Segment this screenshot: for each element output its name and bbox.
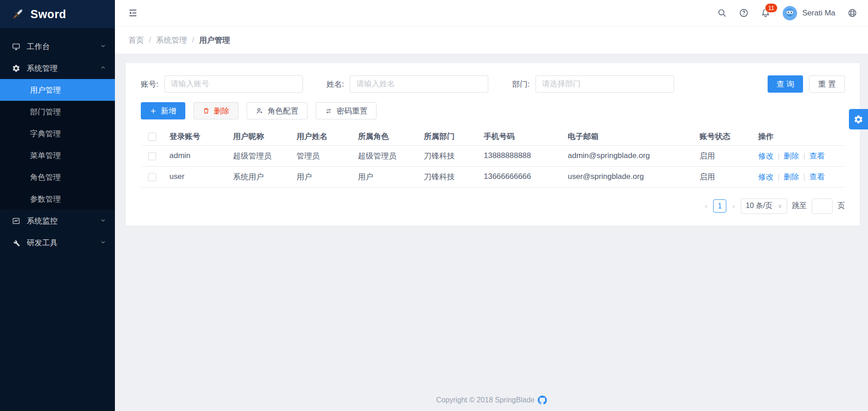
chevron-down-icon: ∨ <box>778 203 782 209</box>
header-actions: 11 Serati Ma <box>717 6 857 20</box>
row-actions: 修改|删除|查看 <box>752 166 845 187</box>
reset-button[interactable]: 重 置 <box>809 75 845 93</box>
sidebar-item-dev-tools[interactable]: 研发工具 <box>0 232 115 253</box>
name-input[interactable] <box>350 75 488 93</box>
app-title: Sword <box>30 8 66 21</box>
menu-fold-icon[interactable] <box>128 8 138 18</box>
sidebar-item-system-monitor[interactable]: 系统监控 <box>0 210 115 232</box>
sidebar-item-user-management[interactable]: 用户管理 <box>0 79 115 101</box>
sidebar-item-role-management[interactable]: 角色管理 <box>0 166 115 188</box>
gear-icon <box>853 114 863 124</box>
submenu-label: 角色管理 <box>30 172 61 183</box>
sidebar: Sword 工作台 系统管理 <box>0 0 115 411</box>
users-table: 登录账号 用户昵称 用户姓名 所属角色 所属部门 手机号码 电子邮箱 账号状态 … <box>141 128 845 188</box>
dept-label: 部门: <box>512 79 530 89</box>
action-separator: | <box>803 152 805 160</box>
row-action-delete[interactable]: 删除 <box>784 152 799 160</box>
current-page-button[interactable]: 1 <box>713 199 726 213</box>
breadcrumb: 首页 / 系统管理 / 用户管理 <box>115 26 868 54</box>
table-cell: user@springblade.org <box>562 166 694 187</box>
search-button[interactable]: 查 询 <box>768 75 804 93</box>
row-checkbox[interactable] <box>148 173 156 181</box>
sidebar-item-param-management[interactable]: 参数管理 <box>0 188 115 210</box>
col-header-name: 用户姓名 <box>291 128 352 145</box>
row-checkbox[interactable] <box>148 152 156 160</box>
main-area: 11 Serati Ma <box>115 0 868 411</box>
avatar[interactable] <box>783 6 797 20</box>
name-field-group: 姓名: <box>327 75 489 93</box>
chevron-down-icon <box>100 238 106 247</box>
password-reset-button[interactable]: 密码重置 <box>316 102 377 119</box>
row-action-edit[interactable]: 修改 <box>758 173 774 181</box>
user-management-card: 账号: 姓名: 部门: 查 询 重 置 <box>126 63 860 226</box>
search-actions: 查 询 重 置 <box>768 75 845 93</box>
table-cell: 系统用户 <box>227 166 291 187</box>
sidebar-item-menu-management[interactable]: 菜单管理 <box>0 144 115 166</box>
page-size-select[interactable]: 10 条/页 ∨ <box>741 198 787 214</box>
action-separator: | <box>803 173 805 181</box>
action-separator: | <box>778 152 779 160</box>
account-input[interactable] <box>164 75 303 93</box>
select-all-checkbox[interactable] <box>148 133 156 141</box>
row-action-delete[interactable]: 删除 <box>784 173 799 181</box>
sidebar-item-label: 研发工具 <box>27 238 58 248</box>
top-header: 11 Serati Ma <box>115 0 868 26</box>
notifications-bell-icon[interactable]: 11 <box>761 8 770 18</box>
next-page-icon[interactable]: › <box>731 202 736 211</box>
table-cell: 超级管理员 <box>352 145 418 166</box>
account-field-group: 账号: <box>141 75 303 93</box>
add-button[interactable]: 新增 <box>141 102 185 119</box>
username-label: Serati Ma <box>802 9 835 18</box>
sidebar-item-system-management[interactable]: 系统管理 <box>0 57 115 79</box>
copyright-text: Copyright © 2018 SpringBlade <box>436 396 534 404</box>
action-separator: | <box>778 173 779 181</box>
settings-drawer-button[interactable] <box>849 109 868 129</box>
user-settings-icon <box>256 107 263 115</box>
app-logo[interactable]: Sword <box>0 0 115 28</box>
row-action-view[interactable]: 查看 <box>809 152 825 160</box>
help-icon[interactable] <box>739 8 749 18</box>
page-size-value: 10 条/页 <box>746 201 773 211</box>
jump-label: 跳至 <box>792 201 807 211</box>
sidebar-item-label: 系统监控 <box>27 216 58 226</box>
monitor-icon <box>12 42 20 51</box>
notification-badge: 11 <box>765 3 778 13</box>
sidebar-item-label: 工作台 <box>27 41 50 52</box>
github-icon[interactable] <box>538 396 547 405</box>
col-header-status: 账号状态 <box>694 128 752 145</box>
table-cell: 启用 <box>694 166 752 187</box>
role-config-button[interactable]: 角色配置 <box>247 102 308 119</box>
dept-select[interactable] <box>536 75 674 93</box>
table-cell: 13666666666 <box>478 166 562 187</box>
table-row: user系统用户用户用户刀锋科技13666666666user@springbl… <box>141 166 845 187</box>
breadcrumb-home[interactable]: 首页 <box>129 35 144 45</box>
submenu-label: 字典管理 <box>30 129 61 139</box>
table-cell: 用户 <box>291 166 352 187</box>
globe-language-icon[interactable] <box>848 8 857 18</box>
user-menu[interactable]: Serati Ma <box>783 6 835 20</box>
search-icon[interactable] <box>717 8 727 18</box>
col-header-dept: 所属部门 <box>418 128 478 145</box>
page-unit-label: 页 <box>838 201 845 211</box>
gear-icon <box>12 64 20 73</box>
table-cell: admin <box>164 145 227 166</box>
row-action-edit[interactable]: 修改 <box>758 152 774 160</box>
delete-button[interactable]: 删除 <box>193 102 238 119</box>
table-cell: 管理员 <box>291 145 352 166</box>
page-content: 账号: 姓名: 部门: 查 询 重 置 <box>115 54 868 226</box>
breadcrumb-current: 用户管理 <box>199 35 230 45</box>
table-toolbar: 新增 删除 角色配置 <box>141 102 845 119</box>
table-cell: 超级管理员 <box>227 145 291 166</box>
table-row: admin超级管理员管理员超级管理员刀锋科技13888888888admin@s… <box>141 145 845 166</box>
sidebar-item-workbench[interactable]: 工作台 <box>0 35 115 57</box>
chevron-down-icon <box>100 42 106 51</box>
sidebar-item-dict-management[interactable]: 字典管理 <box>0 123 115 144</box>
row-action-view[interactable]: 查看 <box>809 173 825 181</box>
jump-page-input[interactable] <box>812 198 833 214</box>
prev-page-icon[interactable]: ‹ <box>704 202 708 211</box>
dept-field-group: 部门: <box>512 75 674 93</box>
submenu-label: 部门管理 <box>30 107 61 117</box>
table-body: admin超级管理员管理员超级管理员刀锋科技13888888888admin@s… <box>141 145 845 187</box>
sidebar-item-dept-management[interactable]: 部门管理 <box>0 101 115 123</box>
breadcrumb-system[interactable]: 系统管理 <box>156 35 187 45</box>
